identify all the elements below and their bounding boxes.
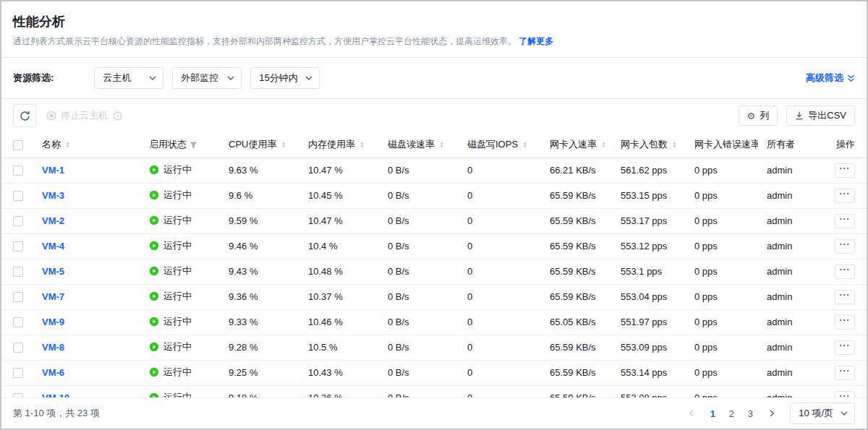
page-button-2[interactable]: 2 [722, 404, 741, 423]
more-icon: ··· [840, 366, 851, 376]
next-page-button[interactable] [762, 404, 781, 423]
select-all-checkbox[interactable] [13, 140, 23, 150]
more-icon: ··· [840, 265, 851, 275]
monitor-type-select[interactable]: 外部监控 [172, 67, 242, 89]
info-icon[interactable] [113, 111, 122, 121]
running-status-icon [149, 392, 159, 397]
sort-icon[interactable]: ▲▼ [439, 141, 444, 148]
column-header-name: 名称 [42, 138, 61, 151]
table-row: VM-10 运行中 9.18 % 10.36 % 0 B/s 0 65.59 K… [1, 385, 867, 397]
row-actions-button[interactable]: ··· [835, 189, 855, 203]
row-checkbox[interactable] [13, 165, 23, 176]
column-header-owner: 所有者 [767, 139, 795, 150]
vm-name-link[interactable]: VM-7 [42, 291, 64, 302]
running-status-icon [149, 165, 159, 175]
cpu-usage-cell: 9.59 % [220, 208, 299, 233]
caret-down-icon: ▼ [359, 145, 365, 148]
learn-more-link[interactable]: 了解更多 [519, 36, 553, 46]
sort-icon[interactable]: ▲▼ [65, 141, 70, 148]
prev-page-button[interactable] [681, 404, 700, 423]
resource-type-select[interactable]: 云主机 [94, 67, 163, 89]
columns-button[interactable]: ⚙ 列 [739, 106, 778, 126]
row-checkbox[interactable] [13, 216, 23, 226]
cpu-usage-cell: 9.63 % [220, 158, 299, 183]
row-actions-button[interactable]: ··· [835, 163, 855, 178]
time-range-select[interactable]: 15分钟内 [250, 67, 320, 89]
vm-name-link[interactable]: VM-3 [42, 190, 64, 201]
disk-write-iops-cell: 0 [459, 183, 541, 208]
row-actions-button[interactable]: ··· [835, 340, 855, 355]
page-size-select[interactable]: 10 项/页 [790, 403, 855, 424]
owner-cell: admin [758, 158, 820, 183]
more-icon: ··· [840, 340, 851, 351]
row-actions-button[interactable]: ··· [835, 366, 855, 380]
vm-name-link[interactable]: VM-1 [42, 165, 64, 176]
sort-icon[interactable]: ▲▼ [359, 141, 365, 148]
status-badge: 运行中 [149, 163, 192, 176]
monitor-type-value: 外部监控 [181, 72, 218, 85]
cpu-usage-cell: 9.36 % [220, 284, 299, 309]
net-in-rate-cell: 65.59 KB/s [541, 183, 612, 208]
status-label: 运行中 [163, 290, 192, 303]
owner-cell: admin [758, 259, 820, 284]
vm-name-link[interactable]: VM-10 [42, 392, 69, 397]
row-actions-button[interactable]: ··· [835, 391, 855, 397]
net-in-errors-cell: 0 pps [686, 158, 758, 183]
sort-icon[interactable]: ▲▼ [281, 141, 286, 148]
row-checkbox[interactable] [13, 241, 23, 251]
refresh-button[interactable] [13, 104, 36, 127]
stop-vm-button[interactable]: 停止云主机 [46, 109, 108, 122]
export-csv-button[interactable]: 导出CSV [786, 106, 855, 126]
sort-icon[interactable]: ▲▼ [672, 141, 677, 148]
vm-name-link[interactable]: VM-5 [42, 266, 64, 277]
row-checkbox[interactable] [13, 191, 23, 201]
running-status-icon [149, 367, 159, 377]
row-actions-button[interactable]: ··· [835, 239, 855, 254]
vm-name-link[interactable]: VM-9 [42, 317, 64, 327]
vm-name-link[interactable]: VM-2 [42, 215, 64, 226]
row-actions-button[interactable]: ··· [835, 290, 855, 304]
net-in-errors-cell: 0 pps [686, 208, 758, 233]
sort-icon[interactable]: ▲▼ [522, 141, 527, 148]
row-actions-button[interactable]: ··· [835, 214, 855, 228]
status-badge: 运行中 [149, 214, 192, 227]
row-checkbox[interactable] [13, 292, 23, 302]
disk-read-rate-cell: 0 B/s [379, 259, 459, 284]
row-actions-button[interactable]: ··· [835, 265, 855, 279]
table-row: VM-5 运行中 9.43 % 10.48 % 0 B/s 0 65.59 KB… [1, 259, 867, 284]
vm-name-link[interactable]: VM-4 [42, 241, 64, 251]
row-checkbox[interactable] [13, 343, 23, 353]
status-badge: 运行中 [149, 239, 192, 252]
advanced-filter-link[interactable]: 高级筛选 [806, 72, 855, 85]
vm-name-link[interactable]: VM-8 [42, 342, 64, 353]
net-in-packets-cell: 553.1 pps [612, 259, 686, 284]
status-label: 运行中 [163, 163, 192, 176]
filter-funnel-icon[interactable] [190, 141, 197, 149]
status-badge: 运行中 [149, 340, 192, 353]
net-in-rate-cell: 65.59 KB/s [541, 385, 612, 397]
caret-down-icon: ▼ [672, 145, 677, 148]
owner-cell: admin [758, 385, 820, 397]
row-checkbox[interactable] [13, 267, 23, 277]
net-in-packets-cell: 561.62 pps [612, 158, 686, 183]
page-button-3[interactable]: 3 [741, 404, 760, 423]
vm-name-link[interactable]: VM-6 [42, 367, 64, 378]
running-status-icon [149, 215, 159, 225]
double-chevron-down-icon [847, 74, 855, 82]
net-in-errors-cell: 0 pps [686, 385, 758, 397]
memory-usage-cell: 10.47 % [299, 208, 379, 233]
net-in-errors-cell: 0 pps [686, 284, 758, 309]
page-button-1[interactable]: 1 [703, 404, 722, 423]
sort-icon[interactable]: ▲▼ [601, 141, 606, 148]
owner-cell: admin [758, 208, 820, 233]
subtitle-text: 通过列表方式展示云平台核心资源的性能监控指标，支持外部和内部两种监控方式，方便用… [13, 36, 516, 46]
status-badge: 运行中 [149, 265, 192, 278]
table-body: VM-1 运行中 9.63 % 10.47 % 0 B/s 0 66.21 KB… [1, 158, 867, 397]
net-in-errors-cell: 0 pps [686, 309, 758, 335]
row-checkbox[interactable] [13, 317, 23, 327]
cpu-usage-cell: 9.33 % [220, 309, 299, 335]
row-actions-button[interactable]: ··· [835, 315, 855, 330]
net-in-rate-cell: 65.59 KB/s [541, 233, 612, 259]
page-size-value: 10 项/页 [799, 407, 833, 420]
row-checkbox[interactable] [13, 368, 23, 378]
